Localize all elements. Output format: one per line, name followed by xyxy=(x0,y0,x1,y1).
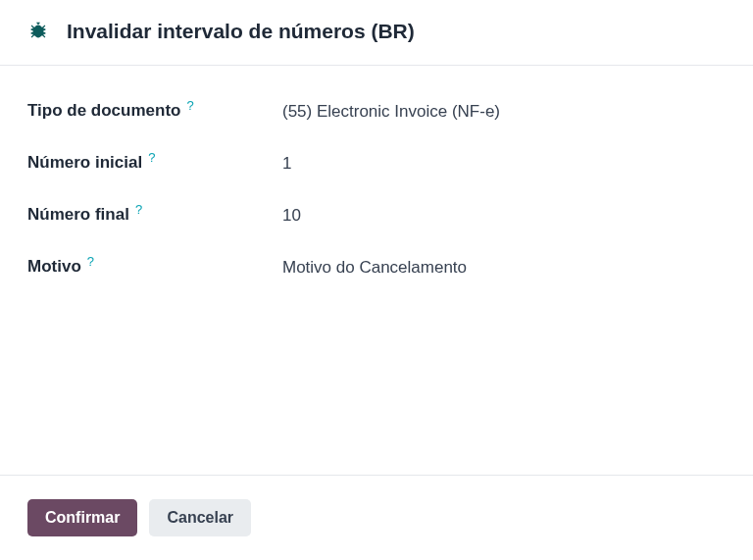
final-number-value[interactable]: 10 xyxy=(282,206,301,225)
help-icon[interactable]: ? xyxy=(148,150,155,165)
modal-body: Tipo de documento ? (55) Electronic Invo… xyxy=(0,66,753,475)
form-value-cell: 1 xyxy=(282,153,726,174)
document-type-value[interactable]: (55) Electronic Invoice (NF-e) xyxy=(282,102,500,121)
form-value-cell: (55) Electronic Invoice (NF-e) xyxy=(282,101,726,122)
form-row-final-number: Número final ? 10 xyxy=(27,205,726,226)
form-label-cell: Tipo de documento ? xyxy=(27,101,282,121)
form-row-reason: Motivo ? Motivo do Cancelamento xyxy=(27,257,726,278)
form-value-cell: 10 xyxy=(282,205,726,226)
modal-footer: Confirmar Cancelar xyxy=(0,475,753,560)
form-label-cell: Motivo ? xyxy=(27,257,282,277)
modal-dialog: Invalidar intervalo de números (BR) Tipo… xyxy=(0,0,753,560)
cancel-button[interactable]: Cancelar xyxy=(149,499,251,536)
initial-number-label: Número inicial xyxy=(27,153,142,173)
modal-header: Invalidar intervalo de números (BR) xyxy=(0,0,753,66)
form-label-cell: Número final ? xyxy=(27,205,282,225)
modal-title: Invalidar intervalo de números (BR) xyxy=(67,20,415,43)
help-icon[interactable]: ? xyxy=(186,98,193,113)
confirm-button[interactable]: Confirmar xyxy=(27,499,137,536)
reason-label: Motivo xyxy=(27,257,81,277)
bug-icon xyxy=(27,21,49,42)
initial-number-value[interactable]: 1 xyxy=(282,154,291,173)
final-number-label: Número final xyxy=(27,205,129,225)
form-row-initial-number: Número inicial ? 1 xyxy=(27,153,726,174)
reason-value[interactable]: Motivo do Cancelamento xyxy=(282,258,467,277)
help-icon[interactable]: ? xyxy=(87,254,94,269)
help-icon[interactable]: ? xyxy=(135,202,142,217)
document-type-label: Tipo de documento xyxy=(27,101,180,121)
form-value-cell: Motivo do Cancelamento xyxy=(282,257,726,278)
form-label-cell: Número inicial ? xyxy=(27,153,282,173)
form-row-document-type: Tipo de documento ? (55) Electronic Invo… xyxy=(27,101,726,122)
